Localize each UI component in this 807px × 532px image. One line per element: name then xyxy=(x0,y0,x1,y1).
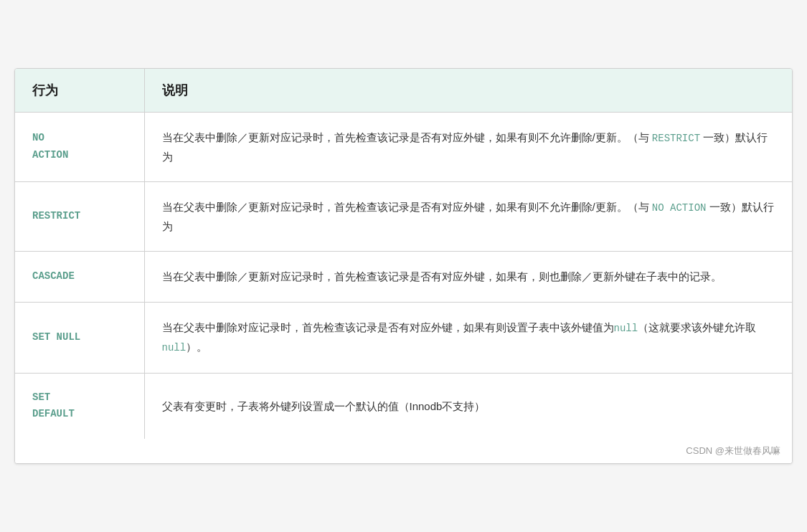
action-cell: CASCADE xyxy=(15,252,144,303)
table-row: SET DEFAULT父表有变更时，子表将外键列设置成一个默认的值（Innodb… xyxy=(15,373,792,439)
description-cell: 父表有变更时，子表将外键列设置成一个默认的值（Innodb不支持） xyxy=(144,373,792,439)
table-row: RESTRICT当在父表中删除／更新对应记录时，首先检查该记录是否有对应外键，如… xyxy=(15,182,792,252)
fk-behavior-table: 行为 说明 NO ACTION当在父表中删除／更新对应记录时，首先检查该记录是否… xyxy=(15,69,792,439)
action-cell: NO ACTION xyxy=(15,112,144,181)
col-header-description: 说明 xyxy=(144,69,792,113)
footer-note: CSDN @来世做春风嘛 xyxy=(15,439,792,463)
col-header-action: 行为 xyxy=(15,69,144,113)
action-cell: SET NULL xyxy=(15,302,144,373)
table-row: CASCADE当在父表中删除／更新对应记录时，首先检查该记录是否有对应外键，如果… xyxy=(15,252,792,303)
table-row: SET NULL当在父表中删除对应记录时，首先检查该记录是否有对应外键，如果有则… xyxy=(15,302,792,373)
description-cell: 当在父表中删除／更新对应记录时，首先检查该记录是否有对应外键，如果有则不允许删除… xyxy=(144,182,792,252)
table-header-row: 行为 说明 xyxy=(15,69,792,113)
description-cell: 当在父表中删除／更新对应记录时，首先检查该记录是否有对应外键，如果有则不允许删除… xyxy=(144,112,792,181)
table-row: NO ACTION当在父表中删除／更新对应记录时，首先检查该记录是否有对应外键，… xyxy=(15,112,792,181)
main-table-wrapper: 行为 说明 NO ACTION当在父表中删除／更新对应记录时，首先检查该记录是否… xyxy=(14,68,793,464)
description-cell: 当在父表中删除／更新对应记录时，首先检查该记录是否有对应外键，如果有，则也删除／… xyxy=(144,252,792,303)
action-cell: RESTRICT xyxy=(15,182,144,252)
description-cell: 当在父表中删除对应记录时，首先检查该记录是否有对应外键，如果有则设置子表中该外键… xyxy=(144,302,792,373)
action-cell: SET DEFAULT xyxy=(15,373,144,439)
